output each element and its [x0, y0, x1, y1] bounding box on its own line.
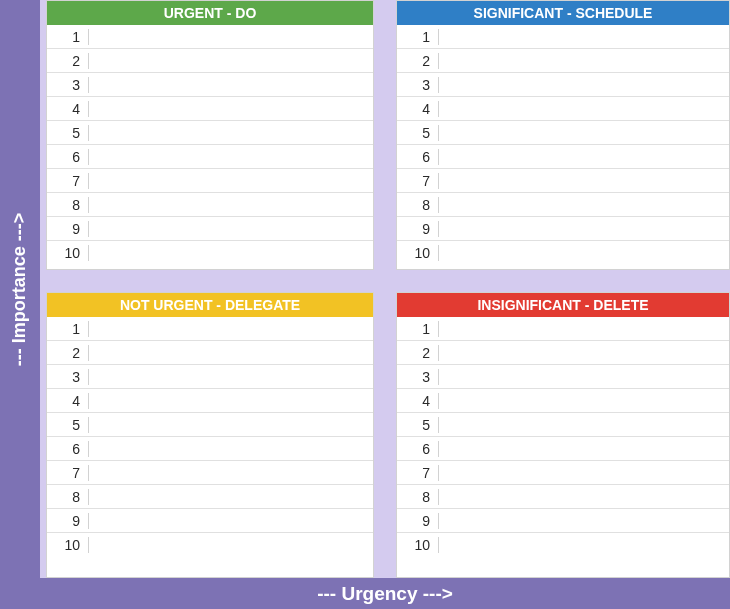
- quadrant-header-not-urgent-delegate: NOT URGENT - DELEGATE: [47, 293, 373, 317]
- list-item[interactable]: 5: [47, 121, 373, 145]
- list-item[interactable]: 10: [397, 533, 729, 557]
- row-number: 6: [47, 149, 89, 165]
- list-item[interactable]: 10: [397, 241, 729, 265]
- list-item[interactable]: 5: [397, 413, 729, 437]
- list-item[interactable]: 6: [47, 145, 373, 169]
- row-number: 4: [397, 393, 439, 409]
- list-item[interactable]: 1: [47, 25, 373, 49]
- quadrant-header-insignificant-delete: INSIGNIFICANT - DELETE: [397, 293, 729, 317]
- list-item[interactable]: 7: [397, 461, 729, 485]
- row-number: 4: [397, 101, 439, 117]
- quadrant-grid: URGENT - DO 12345678910 SIGNIFICANT - SC…: [40, 0, 730, 578]
- row-number: 6: [397, 441, 439, 457]
- row-number: 9: [397, 221, 439, 237]
- eisenhower-matrix: --- Importance ---> URGENT - DO 12345678…: [0, 0, 730, 609]
- row-number: 2: [47, 345, 89, 361]
- row-number: 7: [47, 465, 89, 481]
- row-number: 6: [397, 149, 439, 165]
- list-item[interactable]: 7: [397, 169, 729, 193]
- list-item[interactable]: 4: [397, 97, 729, 121]
- row-number: 5: [47, 125, 89, 141]
- row-number: 10: [397, 537, 439, 553]
- row-number: 1: [47, 29, 89, 45]
- row-number: 7: [397, 173, 439, 189]
- quadrant-not-urgent-delegate: NOT URGENT - DELEGATE 12345678910: [46, 292, 374, 578]
- row-number: 4: [47, 101, 89, 117]
- list-item[interactable]: 6: [397, 145, 729, 169]
- row-number: 1: [47, 321, 89, 337]
- list-item[interactable]: 2: [47, 49, 373, 73]
- quadrant-rows-significant-schedule: 12345678910: [397, 25, 729, 269]
- list-item[interactable]: 9: [47, 217, 373, 241]
- list-item[interactable]: 9: [397, 509, 729, 533]
- list-item[interactable]: 8: [47, 485, 373, 509]
- quadrant-header-significant-schedule: SIGNIFICANT - SCHEDULE: [397, 1, 729, 25]
- row-number: 5: [397, 125, 439, 141]
- row-number: 4: [47, 393, 89, 409]
- row-number: 3: [397, 369, 439, 385]
- quadrant-rows-not-urgent-delegate: 12345678910: [47, 317, 373, 577]
- row-number: 3: [47, 369, 89, 385]
- row-number: 10: [397, 245, 439, 261]
- list-item[interactable]: 1: [397, 317, 729, 341]
- row-number: 5: [397, 417, 439, 433]
- list-item[interactable]: 1: [47, 317, 373, 341]
- list-item[interactable]: 10: [47, 241, 373, 265]
- row-number: 10: [47, 537, 89, 553]
- list-item[interactable]: 9: [397, 217, 729, 241]
- x-axis: --- Urgency --->: [40, 578, 730, 609]
- list-item[interactable]: 2: [397, 49, 729, 73]
- list-item[interactable]: 4: [47, 389, 373, 413]
- row-number: 8: [47, 489, 89, 505]
- row-number: 3: [397, 77, 439, 93]
- list-item[interactable]: 8: [47, 193, 373, 217]
- list-item[interactable]: 9: [47, 509, 373, 533]
- list-item[interactable]: 6: [47, 437, 373, 461]
- list-item[interactable]: 5: [47, 413, 373, 437]
- list-item[interactable]: 3: [47, 365, 373, 389]
- row-number: 9: [47, 513, 89, 529]
- list-item[interactable]: 4: [397, 389, 729, 413]
- list-item[interactable]: 1: [397, 25, 729, 49]
- row-number: 8: [397, 197, 439, 213]
- row-number: 2: [47, 53, 89, 69]
- row-number: 7: [397, 465, 439, 481]
- row-number: 7: [47, 173, 89, 189]
- quadrant-header-urgent-do: URGENT - DO: [47, 1, 373, 25]
- row-number: 9: [47, 221, 89, 237]
- quadrant-rows-insignificant-delete: 12345678910: [397, 317, 729, 577]
- row-number: 8: [397, 489, 439, 505]
- y-axis: --- Importance --->: [0, 0, 40, 578]
- quadrant-urgent-do: URGENT - DO 12345678910: [46, 0, 374, 270]
- list-item[interactable]: 3: [397, 365, 729, 389]
- list-item[interactable]: 6: [397, 437, 729, 461]
- list-item[interactable]: 2: [47, 341, 373, 365]
- list-item[interactable]: 8: [397, 193, 729, 217]
- y-axis-label: --- Importance --->: [10, 212, 31, 366]
- list-item[interactable]: 7: [47, 169, 373, 193]
- quadrant-significant-schedule: SIGNIFICANT - SCHEDULE 12345678910: [396, 0, 730, 270]
- row-number: 2: [397, 345, 439, 361]
- list-item[interactable]: 7: [47, 461, 373, 485]
- row-number: 9: [397, 513, 439, 529]
- row-number: 1: [397, 321, 439, 337]
- x-axis-label: --- Urgency --->: [317, 583, 453, 605]
- row-number: 3: [47, 77, 89, 93]
- list-item[interactable]: 3: [397, 73, 729, 97]
- row-number: 5: [47, 417, 89, 433]
- row-number: 8: [47, 197, 89, 213]
- list-item[interactable]: 4: [47, 97, 373, 121]
- list-item[interactable]: 8: [397, 485, 729, 509]
- row-number: 2: [397, 53, 439, 69]
- list-item[interactable]: 10: [47, 533, 373, 557]
- row-number: 6: [47, 441, 89, 457]
- quadrant-insignificant-delete: INSIGNIFICANT - DELETE 12345678910: [396, 292, 730, 578]
- list-item[interactable]: 2: [397, 341, 729, 365]
- row-number: 10: [47, 245, 89, 261]
- row-number: 1: [397, 29, 439, 45]
- list-item[interactable]: 5: [397, 121, 729, 145]
- list-item[interactable]: 3: [47, 73, 373, 97]
- quadrant-rows-urgent-do: 12345678910: [47, 25, 373, 269]
